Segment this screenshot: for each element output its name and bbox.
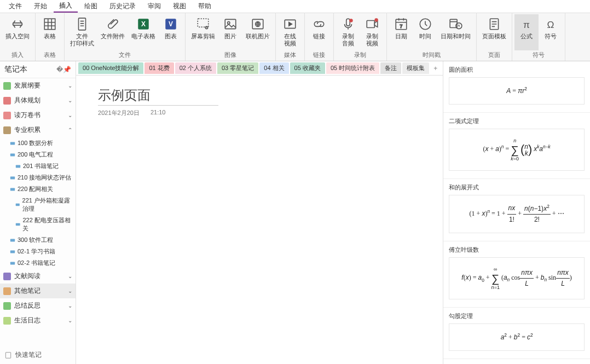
menu-视图[interactable]: 视图 (167, 1, 192, 12)
ribbon-link[interactable]: 链接 (307, 14, 331, 50)
menu-开始[interactable]: 开始 (28, 1, 53, 12)
page-title[interactable]: 示例页面 (98, 86, 218, 106)
spreadsheet-icon: X (136, 16, 151, 32)
section-tab[interactable]: 05 收藏夹 (290, 62, 325, 74)
ribbon-spreadsheet[interactable]: X电子表格 (128, 14, 159, 50)
ribbon-table[interactable]: 表格 (38, 14, 62, 50)
menu-绘图[interactable]: 绘图 (79, 1, 103, 12)
equation-preview: f(x) = a0 + ∞∑n=1 (an cosnπxL + bn sinnπ… (449, 257, 585, 299)
ribbon-online-video[interactable]: 在线 视频 (278, 14, 302, 50)
ribbon-page-tpl[interactable]: 页面模板 (479, 14, 510, 50)
menu-文件[interactable]: 文件 (3, 1, 27, 12)
equation-pythag[interactable]: 勾股定理a2 + b2 = c2 (443, 308, 590, 359)
equation-fourier[interactable]: 傅立叶级数f(x) = a0 + ∞∑n=1 (an cosnπxL + bn … (443, 241, 590, 308)
quick-notes[interactable]: 快速笔记 (0, 346, 76, 364)
page-item[interactable]: 02-2 书籍笔记 (0, 257, 76, 269)
page-label: 210 接地网状态评估 (18, 174, 71, 182)
notebook-具体规划[interactable]: 具体规划⌄ (0, 93, 76, 108)
section-tab[interactable]: 04 相关 (259, 62, 288, 74)
page-item[interactable]: 220 配网相关 (0, 183, 76, 195)
ribbon-date[interactable]: 7日期 (389, 14, 413, 50)
page-item[interactable]: 221 户外箱柜凝露治理 (0, 195, 76, 215)
notebook-header: 笔记本 (4, 65, 27, 74)
equation-preview: (1 + x)n = 1 + nx1! + n(n−1)x22! + ⋯ (449, 195, 585, 233)
section-tab[interactable]: 模板集 (402, 62, 429, 74)
page-label: 220 配网相关 (18, 185, 53, 193)
pin-icon[interactable]: �📌 (56, 66, 71, 73)
menu-历史记录[interactable]: 历史记录 (104, 1, 141, 12)
ribbon-label: 时间 (419, 33, 431, 40)
section-tab[interactable]: 05 时间统计附表 (326, 62, 379, 74)
section-tab[interactable]: 03 零星笔记 (217, 62, 258, 74)
section-tab[interactable]: 01 花费 (144, 62, 173, 74)
page-item[interactable]: 210 接地网状态评估 (0, 172, 76, 183)
ribbon-label: 在线 视频 (284, 33, 296, 47)
notebook-color-icon (3, 273, 11, 280)
equation-preview: (x + a)n = n∑k=0 nk xkan−k (449, 129, 585, 171)
ribbon-visio[interactable]: V图表 (159, 14, 183, 50)
ribbon-label: 电子表格 (131, 33, 155, 40)
insert-space-icon (10, 16, 25, 32)
notebook-总结反思[interactable]: 总结反思⌄ (0, 298, 76, 313)
chevron-icon: ⌄ (68, 83, 72, 89)
ribbon-screenclip[interactable]: 屏幕剪辑 (188, 14, 218, 50)
menu-审阅[interactable]: 审阅 (142, 1, 166, 12)
notebook-专业积累[interactable]: 专业积累⌃ (0, 123, 76, 137)
page-item[interactable]: 200 电气工程 (0, 149, 76, 160)
svg-rect-27 (16, 165, 20, 167)
ribbon-symbol[interactable]: Ω符号 (539, 14, 563, 50)
ribbon-insert-space[interactable]: 插入空间 (2, 14, 33, 50)
page-icon (10, 250, 15, 254)
notebook-label: 总结反思 (14, 301, 68, 310)
section-tab[interactable]: 备注 (380, 62, 401, 74)
ribbon-datetime[interactable]: 日期和时间 (437, 14, 474, 50)
page-item[interactable]: 222 配电变压器相关 (0, 215, 76, 234)
notebook-其他笔记[interactable]: 其他笔记⌄ (0, 284, 76, 298)
ribbon-file-print[interactable]: 文件 打印样式 (67, 14, 97, 50)
notebook-color-icon (3, 287, 11, 295)
ribbon-label: 录制 音频 (342, 33, 354, 47)
page-label: 200 电气工程 (18, 151, 53, 159)
page-item[interactable]: 02-1 学习书籍 (0, 246, 76, 257)
ribbon-label: 录制 视频 (366, 33, 378, 47)
equation-preview: a2 + b2 = c2 (449, 323, 585, 351)
section-tab[interactable]: 02 个人系统 (175, 62, 216, 74)
notebook-label: 其他笔记 (14, 286, 68, 296)
svg-point-14 (349, 19, 353, 22)
page-item[interactable]: 300 软件工程 (0, 234, 76, 246)
ribbon-picture[interactable]: 图片 (218, 14, 242, 50)
equation-quad[interactable]: 二次公式x = −b ± b2 − 4ac2a (443, 359, 590, 364)
ribbon-time[interactable]: 时间 (413, 14, 437, 50)
menu-插入[interactable]: 插入 (54, 0, 78, 13)
notebook-读万卷书[interactable]: 读万卷书⌄ (0, 108, 76, 123)
notebook-发展纲要[interactable]: 发展纲要⌄ (0, 78, 76, 93)
online-video-icon (282, 16, 298, 32)
equation-binom[interactable]: 二项式定理(x + a)n = n∑k=0 nk xkan−k (443, 113, 590, 179)
ribbon-online-pic[interactable]: 联机图片 (242, 14, 273, 50)
svg-rect-15 (367, 21, 374, 28)
ribbon-group-label: 媒体 (284, 50, 296, 60)
section-tab[interactable]: 00 OneNote技能分解 (78, 62, 143, 74)
menu-帮助[interactable]: 帮助 (193, 1, 217, 12)
page-item[interactable]: 201 书籍笔记 (0, 160, 76, 172)
notebook-color-icon (3, 317, 11, 325)
chevron-icon: ⌄ (68, 317, 72, 323)
notebook-label: 具体规划 (14, 96, 68, 105)
ribbon-rec-video[interactable]: 录制 视频 (360, 14, 384, 50)
ribbon-file-attach[interactable]: 文件附件 (97, 14, 128, 50)
ribbon-rec-audio[interactable]: 录制 音频 (336, 14, 360, 50)
add-tab-button[interactable]: + (430, 63, 441, 73)
equation-expand[interactable]: 和的展开式(1 + x)n = 1 + nx1! + n(n−1)x22! + … (443, 179, 590, 241)
ribbon-label: 文件附件 (101, 33, 125, 40)
page-label: 02-2 书籍笔记 (18, 259, 55, 267)
page-icon (10, 153, 15, 157)
ribbon-equation[interactable]: π公式 (514, 14, 539, 50)
svg-text:7: 7 (400, 24, 403, 29)
svg-rect-34 (10, 262, 15, 264)
notebook-生活日志[interactable]: 生活日志⌄ (0, 313, 76, 328)
svg-rect-33 (10, 250, 15, 253)
notebook-文献阅读[interactable]: 文献阅读⌄ (0, 269, 76, 284)
datetime-icon (448, 16, 464, 32)
page-item[interactable]: 100 数据分析 (0, 137, 76, 149)
equation-circle[interactable]: 圆的面积A = πr2 (443, 61, 590, 113)
